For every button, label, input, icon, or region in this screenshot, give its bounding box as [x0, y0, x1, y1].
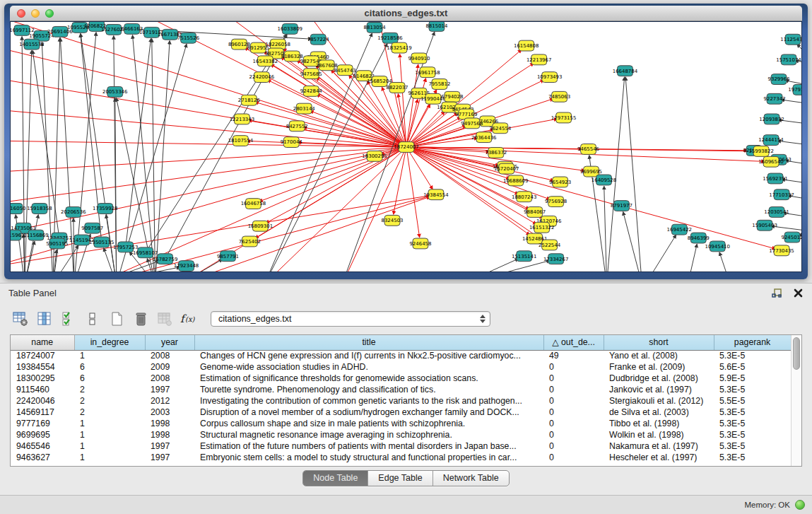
- graph-node[interactable]: 9245012: [781, 232, 801, 243]
- network-window-titlebar[interactable]: citations_edges.txt: [10, 6, 802, 21]
- graph-node[interactable]: 2522544: [539, 240, 561, 250]
- graph-node[interactable]: 7625402: [239, 236, 261, 247]
- graph-node[interactable]: 3624554: [489, 123, 512, 134]
- graph-edge[interactable]: [185, 147, 406, 271]
- column-header-name[interactable]: name: [11, 335, 74, 350]
- graph-node[interactable]: 10945410: [705, 241, 729, 252]
- graph-node[interactable]: 8427552: [286, 121, 308, 132]
- column-header-year[interactable]: year: [145, 335, 194, 350]
- column-header-out-de-[interactable]: △ out_de...: [543, 335, 604, 350]
- graph-node[interactable]: 9170044: [281, 137, 303, 148]
- graph-edge[interactable]: [406, 125, 466, 147]
- graph-node[interactable]: 9940910: [408, 53, 430, 64]
- row-height-icon[interactable]: [82, 309, 103, 329]
- graph-node[interactable]: 20206536: [61, 207, 86, 218]
- graph-edge[interactable]: [604, 186, 607, 271]
- table-settings-icon[interactable]: [10, 309, 31, 329]
- graph-node[interactable]: 22420046: [249, 72, 274, 83]
- select-columns-icon[interactable]: [58, 309, 79, 329]
- graph-node[interactable]: 15692391: [763, 173, 787, 184]
- graph-node[interactable]: 8813054: [364, 22, 387, 33]
- tab-node-table[interactable]: Node Table: [303, 471, 368, 486]
- graph-edge[interactable]: [152, 39, 155, 271]
- graph-edge[interactable]: [462, 259, 519, 271]
- graph-node[interactable]: 17359928: [93, 204, 117, 214]
- graph-node[interactable]: 9465546: [577, 144, 599, 155]
- graph-node[interactable]: 7386372: [485, 147, 507, 158]
- graph-node[interactable]: 9654923: [549, 177, 571, 187]
- graph-edge[interactable]: [688, 244, 697, 271]
- table-row[interactable]: 1938455462009Genome-wide association stu…: [11, 361, 791, 373]
- table-row[interactable]: 911546021997Tourette syndrome. Phenomeno…: [11, 384, 791, 395]
- graph-node[interactable]: 8324503: [382, 215, 404, 226]
- graph-node[interactable]: 12444154: [758, 135, 784, 146]
- table-row[interactable]: 2242004622012Investigating the contribut…: [11, 395, 791, 407]
- table-row[interactable]: 969969511998Structural magnetic resonanc…: [11, 429, 791, 440]
- graph-node[interactable]: 16046758: [241, 199, 266, 209]
- table-scrollbar[interactable]: [791, 335, 801, 466]
- graph-edge[interactable]: [406, 147, 420, 238]
- table-scrollbar-thumb[interactable]: [793, 337, 800, 370]
- graph-node[interactable]: 7857224: [307, 34, 330, 45]
- graph-node[interactable]: 18325419: [387, 42, 411, 53]
- graph-edge[interactable]: [104, 248, 117, 271]
- show-columns-icon[interactable]: [34, 309, 55, 329]
- tab-edge-table[interactable]: Edge Table: [368, 471, 433, 486]
- table-row[interactable]: 1456911722003Disruption of a novel membe…: [11, 407, 791, 418]
- table-row[interactable]: 977716911998Corpus callosum shape and si…: [11, 418, 791, 429]
- graph-edge[interactable]: [133, 35, 155, 271]
- graph-edge[interactable]: [625, 77, 642, 271]
- graph-node[interactable]: 7485063: [548, 91, 570, 102]
- column-header-short[interactable]: short: [604, 335, 714, 350]
- graph-node[interactable]: 16154808: [514, 40, 539, 51]
- graph-node[interactable]: 8791977: [611, 201, 632, 211]
- graph-edge[interactable]: [11, 147, 406, 234]
- graph-node[interactable]: 12093832: [759, 114, 784, 124]
- graph-node[interactable]: 2803144: [293, 103, 316, 114]
- table-row[interactable]: 946554611997Estimation of the future num…: [11, 440, 791, 452]
- column-header-pagerank[interactable]: pagerank: [714, 335, 791, 350]
- graph-node[interactable]: 15918358: [27, 204, 52, 214]
- table-row[interactable]: 1830029562008Estimation of significance …: [11, 373, 791, 384]
- graph-edge[interactable]: [606, 77, 624, 271]
- graph-edge[interactable]: [73, 218, 74, 271]
- graph-edge[interactable]: [645, 235, 676, 271]
- graph-node[interactable]: 17334267: [543, 254, 568, 264]
- graph-node[interactable]: 9497568: [461, 118, 483, 129]
- graph-edge[interactable]: [406, 147, 775, 249]
- graph-node[interactable]: 9097587: [81, 223, 103, 233]
- graph-node[interactable]: 9475685: [300, 69, 322, 79]
- graph-node[interactable]: 12973155: [551, 112, 576, 123]
- graph-edge[interactable]: [155, 41, 170, 271]
- graph-node[interactable]: 6794028: [441, 91, 463, 102]
- graph-node[interactable]: 7955812: [428, 79, 450, 90]
- table-row[interactable]: 946362711997Embryonic stem cells: a mode…: [11, 452, 791, 463]
- import-table-icon[interactable]: [154, 309, 175, 329]
- zoom-window-button[interactable]: [45, 9, 54, 18]
- graph-node[interactable]: 20053346: [102, 86, 127, 97]
- network-file-select[interactable]: citations_edges.txt: [211, 311, 490, 327]
- memory-status-icon[interactable]: [795, 500, 805, 510]
- graph-node[interactable]: 15905403: [752, 220, 777, 230]
- float-panel-icon[interactable]: [771, 287, 782, 298]
- graph-node[interactable]: 9857791: [217, 251, 239, 262]
- close-window-button[interactable]: [17, 9, 25, 18]
- minimize-window-button[interactable]: [31, 9, 40, 18]
- graph-edge[interactable]: [25, 241, 35, 271]
- graph-node[interactable]: 12213967: [526, 54, 551, 65]
- graph-node[interactable]: 9227342: [764, 93, 786, 104]
- graph-edge[interactable]: [623, 212, 642, 271]
- graph-node[interactable]: 8822037: [386, 83, 408, 93]
- function-builder-icon[interactable]: f(x): [178, 309, 199, 329]
- graph-node[interactable]: 10973493: [537, 72, 562, 83]
- graph-edge[interactable]: [11, 110, 406, 147]
- graph-edge[interactable]: [11, 79, 406, 147]
- table-row[interactable]: 1872400712008Changes of HCN gene express…: [11, 350, 791, 361]
- network-canvas[interactable]: 1699711219055724140155722069140610955287…: [11, 22, 801, 271]
- graph-node[interactable]: 19793493: [788, 84, 801, 95]
- graph-node[interactable]: 16648784: [613, 66, 638, 76]
- graph-node[interactable]: 10688609: [503, 175, 528, 186]
- graph-node[interactable]: 7515526: [177, 33, 199, 43]
- close-panel-icon[interactable]: [792, 287, 804, 298]
- graph-node[interactable]: 9884067: [524, 207, 546, 218]
